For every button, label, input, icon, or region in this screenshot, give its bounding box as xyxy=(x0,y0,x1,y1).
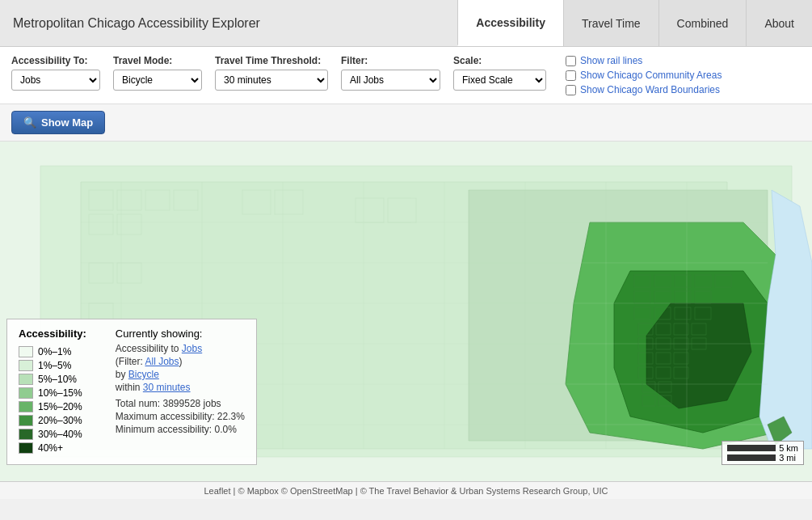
info-line-1-prefix: Accessibility to xyxy=(116,343,182,354)
info-line-4-prefix: within xyxy=(116,382,143,393)
legend-label-1: 1%–5% xyxy=(38,360,71,371)
legend-swatch-4 xyxy=(19,401,33,412)
accessibility-to-group: Accessibility To: Jobs Schools Parks xyxy=(11,55,100,91)
legend-right: Currently showing: Accessibility to Jobs… xyxy=(116,328,245,456)
footer-text: Leaflet | © Mapbox © OpenStreetMap | © T… xyxy=(204,486,608,496)
scale-label: Scale: xyxy=(453,55,546,66)
legend-swatch-5 xyxy=(19,415,33,426)
footer: Leaflet | © Mapbox © OpenStreetMap | © T… xyxy=(0,481,812,499)
travel-mode-select[interactable]: Bicycle Walking Transit Driving xyxy=(113,70,202,91)
show-ward-label: Show Chicago Ward Boundaries xyxy=(580,84,720,95)
legend-label-7: 40%+ xyxy=(38,442,63,454)
info-line-1: Accessibility to Jobs xyxy=(116,343,245,354)
legend-row-0: 0%–1% xyxy=(19,346,86,357)
legend-row-6: 30%–40% xyxy=(19,429,86,440)
show-ward-checkbox-label[interactable]: Show Chicago Ward Boundaries xyxy=(566,84,722,95)
legend-swatch-0 xyxy=(19,346,33,357)
accessibility-to-label: Accessibility To: xyxy=(11,55,100,66)
travel-time-select[interactable]: 10 minutes 20 minutes 30 minutes 45 minu… xyxy=(215,70,328,91)
tab-travel-time[interactable]: Travel Time xyxy=(563,0,658,46)
scale-group: Scale: Fixed Scale Dynamic Scale xyxy=(453,55,546,91)
legend-row-2: 5%–10% xyxy=(19,374,86,385)
header: Metropolitan Chicago Accessibility Explo… xyxy=(0,0,812,47)
legend-row-7: 40%+ xyxy=(19,442,86,454)
scale-label-km: 5 km xyxy=(779,443,798,453)
show-community-checkbox-label[interactable]: Show Chicago Community Areas xyxy=(566,70,722,81)
legend-row-1: 1%–5% xyxy=(19,360,86,371)
scale-select[interactable]: Fixed Scale Dynamic Scale xyxy=(453,70,546,91)
scale-bar-mi: 3 mi xyxy=(727,453,798,463)
jobs-link[interactable]: Jobs xyxy=(182,343,202,354)
legend-label-5: 20%–30% xyxy=(38,415,82,426)
legend-left: Accessibility: 0%–1% 1%–5% 5%–10% 10%–15… xyxy=(19,328,86,456)
scale-bar-km: 5 km xyxy=(727,443,798,453)
tab-accessibility[interactable]: Accessibility xyxy=(457,0,563,46)
info-line-2: (Filter: All Jobs) xyxy=(116,356,245,367)
legend-swatch-6 xyxy=(19,429,33,440)
legend-box: Accessibility: 0%–1% 1%–5% 5%–10% 10%–15… xyxy=(6,319,257,465)
show-map-button[interactable]: 🔍 Show Map xyxy=(11,111,105,134)
legend-title: Accessibility: xyxy=(19,328,86,340)
legend-swatch-1 xyxy=(19,360,33,371)
legend-label-0: 0%–1% xyxy=(38,346,71,357)
info-line-2-suffix: ) xyxy=(179,356,183,367)
app-title: Metropolitan Chicago Accessibility Explo… xyxy=(0,0,457,46)
scale-line-mi xyxy=(727,454,776,461)
legend-label-6: 30%–40% xyxy=(38,429,82,440)
legend-label-2: 5%–10% xyxy=(38,374,77,385)
currently-showing-title: Currently showing: xyxy=(116,328,245,340)
legend-swatch-2 xyxy=(19,374,33,385)
legend-swatch-3 xyxy=(19,387,33,399)
scale-line-km xyxy=(727,445,776,451)
show-rail-label: Show rail lines xyxy=(580,55,642,66)
tab-combined[interactable]: Combined xyxy=(658,0,747,46)
scale-bars: 5 km 3 mi xyxy=(722,441,804,465)
show-rail-checkbox[interactable] xyxy=(566,56,576,66)
legend-label-3: 10%–15% xyxy=(38,387,82,399)
legend-label-4: 15%–20% xyxy=(38,401,82,412)
travel-time-label: Travel Time Threshold: xyxy=(215,55,328,66)
total-num: Total num: 3899528 jobs xyxy=(116,398,245,409)
info-line-4: within 30 minutes xyxy=(116,382,245,393)
show-rail-checkbox-label[interactable]: Show rail lines xyxy=(566,55,722,66)
action-bar: 🔍 Show Map xyxy=(0,104,812,142)
tab-about[interactable]: About xyxy=(746,0,812,46)
show-ward-checkbox[interactable] xyxy=(566,85,576,95)
filter-label: Filter: xyxy=(341,55,440,66)
travel-mode-label: Travel Mode: xyxy=(113,55,202,66)
bicycle-link[interactable]: Bicycle xyxy=(128,369,159,380)
filter-link[interactable]: All Jobs xyxy=(145,356,179,367)
travel-time-group: Travel Time Threshold: 10 minutes 20 min… xyxy=(215,55,328,91)
info-line-2-prefix: (Filter: xyxy=(116,356,145,367)
show-community-label: Show Chicago Community Areas xyxy=(580,70,722,81)
minutes-link[interactable]: 30 minutes xyxy=(143,382,191,393)
controls-bar: Accessibility To: Jobs Schools Parks Tra… xyxy=(0,47,812,104)
min-acc: Minimum accessibility: 0.0% xyxy=(116,424,245,435)
max-acc: Maximum accessibility: 22.3% xyxy=(116,411,245,422)
legend-row-3: 10%–15% xyxy=(19,387,86,399)
checkboxes-group: Show rail lines Show Chicago Community A… xyxy=(566,55,722,95)
search-icon: 🔍 xyxy=(23,116,36,129)
info-line-3: by Bicycle xyxy=(116,369,245,380)
filter-select[interactable]: All Jobs Low-Wage Jobs Mid-Wage Jobs Hig… xyxy=(341,70,440,91)
legend-swatch-7 xyxy=(19,442,33,454)
show-map-label: Show Map xyxy=(41,116,93,129)
info-line-3-prefix: by xyxy=(116,369,128,380)
legend-row-4: 15%–20% xyxy=(19,401,86,412)
accessibility-to-select[interactable]: Jobs Schools Parks xyxy=(11,70,100,91)
nav-tabs: Accessibility Travel Time Combined About xyxy=(457,0,812,46)
map-container[interactable]: Accessibility: 0%–1% 1%–5% 5%–10% 10%–15… xyxy=(0,142,812,481)
filter-group: Filter: All Jobs Low-Wage Jobs Mid-Wage … xyxy=(341,55,440,91)
travel-mode-group: Travel Mode: Bicycle Walking Transit Dri… xyxy=(113,55,202,91)
show-community-checkbox[interactable] xyxy=(566,70,576,81)
legend-row-5: 20%–30% xyxy=(19,415,86,426)
scale-label-mi: 3 mi xyxy=(779,453,796,463)
